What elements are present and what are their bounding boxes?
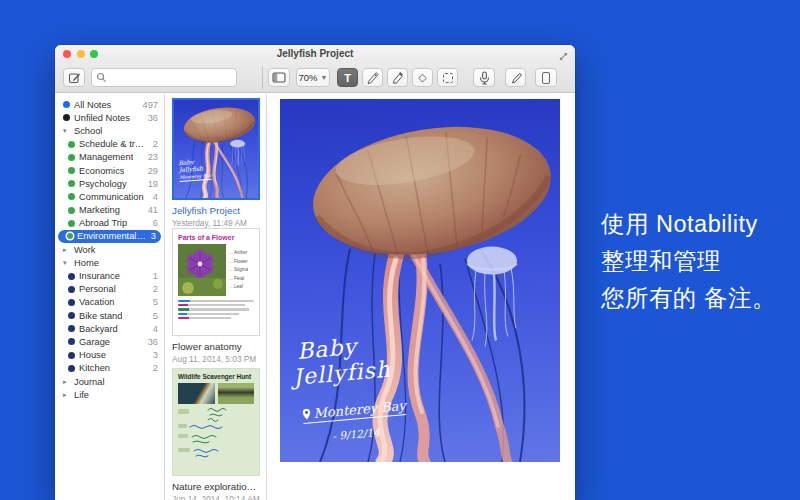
marketing-line-2: 整理和管理 bbox=[601, 243, 776, 280]
note-card-wildlife[interactable]: Wildlife Scavenger Hunt bbox=[172, 368, 260, 500]
device-icon bbox=[542, 72, 550, 84]
pen-tool-button[interactable] bbox=[362, 68, 383, 87]
sidebar-item[interactable]: Schedule & track 2 bbox=[55, 138, 164, 151]
subject-dot-icon bbox=[68, 352, 75, 359]
jellyfish-photo: Baby Jellyfish Monterey Bay - 9/12/14 bbox=[280, 99, 560, 462]
sidebar-item[interactable]: Unfiled Notes 36 bbox=[55, 111, 164, 124]
device-sync-button[interactable] bbox=[535, 68, 557, 87]
eraser-tool-button[interactable]: ◇ bbox=[412, 68, 433, 87]
sidebar-item[interactable]: Economics 29 bbox=[55, 164, 164, 177]
flower-note-heading: Parts of a Flower bbox=[178, 234, 254, 241]
sidebar-item[interactable]: Psychology 19 bbox=[55, 177, 164, 190]
sidebar-item-count: 6 bbox=[149, 218, 158, 228]
note-card-flower[interactable]: Parts of a Flower bbox=[172, 228, 260, 364]
sidebar-item[interactable]: Kitchen 2 bbox=[55, 362, 164, 375]
subject-dot-icon bbox=[68, 312, 75, 319]
note-date: Jun 14, 2014, 10:14 AM bbox=[172, 494, 260, 500]
sidebar-item-count: 23 bbox=[144, 152, 158, 162]
disclosure-triangle-icon[interactable] bbox=[63, 127, 71, 135]
disclosure-triangle-icon[interactable] bbox=[63, 246, 71, 254]
note-date: Aug 11, 2014, 5:03 PM bbox=[172, 354, 260, 364]
subject-dot-icon bbox=[63, 114, 70, 121]
subject-dot-icon bbox=[68, 167, 75, 174]
subject-dot-icon bbox=[68, 365, 75, 372]
subject-dot-icon bbox=[63, 101, 70, 108]
sidebar-item[interactable]: Vacation 5 bbox=[55, 296, 164, 309]
selection-tool-button[interactable] bbox=[437, 68, 458, 87]
sidebar-item-label: Journal bbox=[74, 377, 105, 387]
new-note-button[interactable] bbox=[63, 68, 85, 87]
subject-dot-icon bbox=[68, 141, 75, 148]
note-title[interactable]: Nature exploration D... bbox=[172, 481, 260, 492]
search-field[interactable] bbox=[91, 68, 237, 87]
highlighter-tool-button[interactable] bbox=[387, 68, 408, 87]
sidebar-item-count: 4 bbox=[149, 324, 158, 334]
sidebar-item[interactable]: Life bbox=[55, 388, 164, 401]
sidebar-item-label: Management bbox=[79, 152, 133, 162]
text-tool-icon: T bbox=[344, 72, 351, 84]
sidebar-item[interactable]: Environmental Scie... 3 bbox=[58, 230, 161, 243]
sidebar-item-label: Environmental Scie... bbox=[77, 231, 147, 241]
handwritten-answers bbox=[178, 406, 256, 458]
microphone-icon bbox=[479, 71, 490, 85]
sidebar-item[interactable]: Abroad Trip 6 bbox=[55, 217, 164, 230]
highlighter-icon bbox=[391, 71, 404, 84]
sidebar-item[interactable]: House 3 bbox=[55, 349, 164, 362]
note-title[interactable]: Jellyfish Project bbox=[172, 205, 260, 216]
sidebar-item-label: Kitchen bbox=[79, 363, 110, 373]
sidebar-item[interactable]: Management 23 bbox=[55, 151, 164, 164]
disclosure-triangle-icon[interactable] bbox=[63, 259, 71, 267]
sidebar-item-count: 2 bbox=[149, 139, 158, 149]
subject-dot-icon bbox=[67, 233, 73, 239]
sidebar-toggle-button[interactable] bbox=[268, 68, 290, 87]
sidebar-item[interactable]: Backyard 4 bbox=[55, 322, 164, 335]
minimize-window-button[interactable] bbox=[77, 50, 85, 58]
sidebar-item[interactable]: Bike stand 5 bbox=[55, 309, 164, 322]
flower-part-label: Leaf bbox=[229, 284, 248, 289]
note-canvas[interactable]: Baby Jellyfish Monterey Bay - 9/12/14 bbox=[267, 94, 575, 500]
search-input[interactable] bbox=[107, 72, 236, 83]
sidebar-item[interactable]: Garage 36 bbox=[55, 335, 164, 348]
subject-dot-icon bbox=[68, 338, 75, 345]
zoom-dropdown[interactable]: 70% ▼ bbox=[296, 68, 330, 87]
text-tool-button[interactable]: T bbox=[337, 68, 358, 87]
marketing-line-3: 您所有的 备注。 bbox=[601, 280, 776, 317]
zoom-level: 70% bbox=[299, 72, 318, 83]
sidebar-item-label: House bbox=[79, 350, 106, 360]
subject-dot-icon bbox=[68, 299, 75, 306]
sidebar-item[interactable]: Journal bbox=[55, 375, 164, 388]
flower-photo bbox=[178, 244, 226, 296]
zoom-window-button[interactable] bbox=[90, 50, 98, 58]
sidebar-item-count: 3 bbox=[149, 350, 158, 360]
sidebar-item[interactable]: Work bbox=[55, 243, 164, 256]
note-title[interactable]: Flower anatomy bbox=[172, 341, 260, 352]
duck-photo bbox=[178, 383, 215, 404]
sidebar-item[interactable]: Communication 4 bbox=[55, 190, 164, 203]
disclosure-triangle-icon[interactable] bbox=[63, 391, 71, 399]
record-audio-button[interactable] bbox=[473, 68, 495, 87]
sidebar-item[interactable]: Marketing 41 bbox=[55, 204, 164, 217]
note-thumbnail[interactable]: Parts of a Flower bbox=[172, 228, 260, 336]
subject-dot-icon bbox=[68, 325, 75, 332]
sidebar-item[interactable]: All Notes 497 bbox=[55, 98, 164, 111]
sidebar-item-label: School bbox=[74, 126, 102, 136]
wildlife-note-heading: Wildlife Scavenger Hunt bbox=[178, 373, 254, 380]
note-card-jellyfish[interactable]: Baby Jellyfish Monterey Bay Jellyfish Pr… bbox=[172, 98, 260, 228]
sidebar-item[interactable]: Insurance 1 bbox=[55, 269, 164, 282]
flower-part-label: Anther bbox=[229, 250, 248, 255]
sidebar-item-label: Schedule & track bbox=[79, 139, 149, 149]
flower-part-label: Stigma bbox=[229, 267, 248, 272]
sidebar-item-count: 5 bbox=[149, 311, 158, 321]
sidebar-item[interactable]: Personal 2 bbox=[55, 283, 164, 296]
note-thumbnail[interactable]: Wildlife Scavenger Hunt bbox=[172, 368, 260, 476]
sidebar-item-label: Life bbox=[74, 390, 89, 400]
sidebar-item[interactable]: School bbox=[55, 124, 164, 137]
note-thumbnail[interactable]: Baby Jellyfish Monterey Bay bbox=[172, 98, 260, 200]
chevron-down-icon: ▼ bbox=[321, 74, 328, 81]
sidebar-item-label: Garage bbox=[79, 337, 110, 347]
disclosure-triangle-icon[interactable] bbox=[63, 378, 71, 386]
close-window-button[interactable] bbox=[63, 50, 71, 58]
sidebar-item[interactable]: Home bbox=[55, 256, 164, 269]
sidebar-item-count: 497 bbox=[138, 100, 158, 110]
stylus-settings-button[interactable] bbox=[505, 68, 526, 87]
